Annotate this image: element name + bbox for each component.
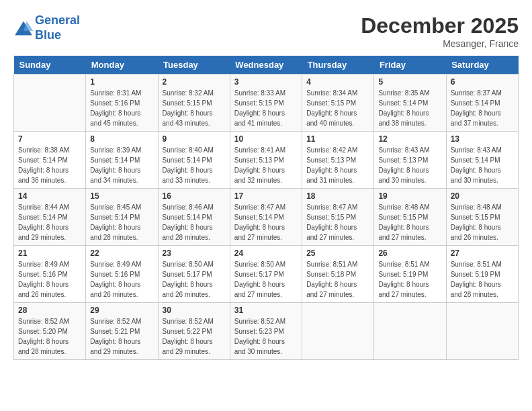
day-info: Sunrise: 8:41 AMSunset: 5:13 PMDaylight:… — [234, 145, 298, 185]
calendar-day-cell: 22Sunrise: 8:49 AMSunset: 5:16 PMDayligh… — [86, 246, 158, 303]
day-info: Sunrise: 8:50 AMSunset: 5:17 PMDaylight:… — [234, 259, 298, 300]
calendar-day-cell: 16Sunrise: 8:46 AMSunset: 5:14 PMDayligh… — [158, 189, 230, 246]
day-info: Sunrise: 8:52 AMSunset: 5:20 PMDaylight:… — [18, 316, 81, 357]
day-info: Sunrise: 8:51 AMSunset: 5:19 PMDaylight:… — [451, 259, 514, 300]
day-number: 13 — [451, 134, 514, 144]
day-number: 18 — [306, 191, 369, 201]
day-number: 1 — [90, 77, 153, 87]
calendar-day-cell: 14Sunrise: 8:44 AMSunset: 5:14 PMDayligh… — [14, 189, 86, 246]
day-number: 25 — [306, 248, 369, 258]
day-info: Sunrise: 8:32 AMSunset: 5:15 PMDaylight:… — [163, 88, 226, 128]
day-number: 16 — [163, 191, 226, 201]
day-number: 5 — [378, 77, 441, 87]
day-info: Sunrise: 8:48 AMSunset: 5:15 PMDaylight:… — [451, 202, 514, 242]
calendar-day-cell: 11Sunrise: 8:42 AMSunset: 5:13 PMDayligh… — [302, 132, 374, 189]
day-info: Sunrise: 8:40 AMSunset: 5:14 PMDaylight:… — [163, 145, 226, 185]
day-info: Sunrise: 8:51 AMSunset: 5:18 PMDaylight:… — [306, 259, 369, 300]
day-number: 7 — [18, 134, 81, 144]
day-number: 20 — [451, 191, 514, 201]
day-number: 19 — [378, 191, 441, 201]
day-number: 14 — [18, 191, 81, 201]
calendar-day-cell: 12Sunrise: 8:43 AMSunset: 5:13 PMDayligh… — [374, 132, 446, 189]
calendar-week-row: 1Sunrise: 8:31 AMSunset: 5:16 PMDaylight… — [14, 75, 519, 132]
calendar-day-cell: 4Sunrise: 8:34 AMSunset: 5:15 PMDaylight… — [302, 75, 374, 132]
day-number: 24 — [234, 248, 298, 258]
calendar-day-cell — [374, 303, 446, 360]
day-number: 30 — [163, 306, 226, 315]
calendar-day-cell — [446, 303, 518, 360]
calendar-day-cell: 25Sunrise: 8:51 AMSunset: 5:18 PMDayligh… — [302, 246, 374, 303]
calendar-header-row: SundayMondayTuesdayWednesdayThursdayFrid… — [14, 56, 519, 75]
header-day-tuesday: Tuesday — [158, 56, 230, 75]
calendar-day-cell: 6Sunrise: 8:37 AMSunset: 5:14 PMDaylight… — [446, 75, 518, 132]
logo-icon — [13, 20, 34, 36]
location: Mesanger, France — [361, 38, 519, 49]
day-info: Sunrise: 8:52 AMSunset: 5:22 PMDaylight:… — [163, 316, 226, 357]
title-area: December 2025 Mesanger, France — [361, 13, 519, 49]
calendar-day-cell: 23Sunrise: 8:50 AMSunset: 5:17 PMDayligh… — [158, 246, 230, 303]
calendar-day-cell: 18Sunrise: 8:47 AMSunset: 5:15 PMDayligh… — [302, 189, 374, 246]
calendar-day-cell: 28Sunrise: 8:52 AMSunset: 5:20 PMDayligh… — [14, 303, 86, 360]
calendar-day-cell: 19Sunrise: 8:48 AMSunset: 5:15 PMDayligh… — [374, 189, 446, 246]
logo-line1: General — [35, 13, 80, 27]
day-number: 3 — [234, 77, 298, 87]
day-number: 12 — [378, 134, 441, 144]
logo: General Blue — [13, 13, 80, 42]
day-number: 27 — [451, 248, 514, 258]
day-info: Sunrise: 8:49 AMSunset: 5:16 PMDaylight:… — [18, 259, 81, 300]
day-number: 22 — [90, 248, 153, 258]
day-number: 4 — [306, 77, 369, 87]
day-number: 21 — [18, 248, 81, 258]
calendar-body: 1Sunrise: 8:31 AMSunset: 5:16 PMDaylight… — [14, 75, 519, 360]
day-info: Sunrise: 8:31 AMSunset: 5:16 PMDaylight:… — [90, 88, 153, 128]
calendar-day-cell: 10Sunrise: 8:41 AMSunset: 5:13 PMDayligh… — [230, 132, 302, 189]
day-info: Sunrise: 8:43 AMSunset: 5:14 PMDaylight:… — [451, 145, 514, 185]
header-day-monday: Monday — [86, 56, 158, 75]
day-number: 26 — [378, 248, 441, 258]
day-info: Sunrise: 8:35 AMSunset: 5:14 PMDaylight:… — [378, 88, 441, 128]
day-info: Sunrise: 8:43 AMSunset: 5:13 PMDaylight:… — [378, 145, 441, 185]
day-info: Sunrise: 8:42 AMSunset: 5:13 PMDaylight:… — [306, 145, 369, 185]
logo-line2: Blue — [35, 28, 61, 42]
day-info: Sunrise: 8:50 AMSunset: 5:17 PMDaylight:… — [163, 259, 226, 300]
day-info: Sunrise: 8:34 AMSunset: 5:15 PMDaylight:… — [306, 88, 369, 128]
calendar-day-cell: 20Sunrise: 8:48 AMSunset: 5:15 PMDayligh… — [446, 189, 518, 246]
header-day-friday: Friday — [374, 56, 446, 75]
calendar-day-cell: 17Sunrise: 8:47 AMSunset: 5:14 PMDayligh… — [230, 189, 302, 246]
calendar-day-cell: 5Sunrise: 8:35 AMSunset: 5:14 PMDaylight… — [374, 75, 446, 132]
day-info: Sunrise: 8:47 AMSunset: 5:14 PMDaylight:… — [234, 202, 298, 242]
day-info: Sunrise: 8:52 AMSunset: 5:21 PMDaylight:… — [90, 316, 153, 357]
day-info: Sunrise: 8:33 AMSunset: 5:15 PMDaylight:… — [234, 88, 298, 128]
day-info: Sunrise: 8:48 AMSunset: 5:15 PMDaylight:… — [378, 202, 441, 242]
calendar-day-cell: 3Sunrise: 8:33 AMSunset: 5:15 PMDaylight… — [230, 75, 302, 132]
day-number: 28 — [18, 306, 81, 315]
day-number: 2 — [163, 77, 226, 87]
calendar-day-cell: 1Sunrise: 8:31 AMSunset: 5:16 PMDaylight… — [86, 75, 158, 132]
day-number: 9 — [163, 134, 226, 144]
header: General Blue December 2025 Mesanger, Fra… — [13, 13, 519, 49]
day-info: Sunrise: 8:44 AMSunset: 5:14 PMDaylight:… — [18, 202, 81, 242]
day-number: 17 — [234, 191, 298, 201]
calendar-day-cell: 30Sunrise: 8:52 AMSunset: 5:22 PMDayligh… — [158, 303, 230, 360]
calendar-week-row: 28Sunrise: 8:52 AMSunset: 5:20 PMDayligh… — [14, 303, 519, 360]
calendar-week-row: 7Sunrise: 8:38 AMSunset: 5:14 PMDaylight… — [14, 132, 519, 189]
calendar-day-cell: 27Sunrise: 8:51 AMSunset: 5:19 PMDayligh… — [446, 246, 518, 303]
calendar-week-row: 21Sunrise: 8:49 AMSunset: 5:16 PMDayligh… — [14, 246, 519, 303]
calendar-day-cell: 21Sunrise: 8:49 AMSunset: 5:16 PMDayligh… — [14, 246, 86, 303]
day-info: Sunrise: 8:38 AMSunset: 5:14 PMDaylight:… — [18, 145, 81, 185]
calendar-day-cell: 26Sunrise: 8:51 AMSunset: 5:19 PMDayligh… — [374, 246, 446, 303]
day-info: Sunrise: 8:46 AMSunset: 5:14 PMDaylight:… — [163, 202, 226, 242]
calendar-day-cell: 9Sunrise: 8:40 AMSunset: 5:14 PMDaylight… — [158, 132, 230, 189]
day-number: 29 — [90, 306, 153, 315]
day-info: Sunrise: 8:39 AMSunset: 5:14 PMDaylight:… — [90, 145, 153, 185]
calendar-day-cell: 31Sunrise: 8:52 AMSunset: 5:23 PMDayligh… — [230, 303, 302, 360]
calendar-week-row: 14Sunrise: 8:44 AMSunset: 5:14 PMDayligh… — [14, 189, 519, 246]
calendar-day-cell: 13Sunrise: 8:43 AMSunset: 5:14 PMDayligh… — [446, 132, 518, 189]
day-number: 6 — [451, 77, 514, 87]
day-info: Sunrise: 8:49 AMSunset: 5:16 PMDaylight:… — [90, 259, 153, 300]
calendar-day-cell: 2Sunrise: 8:32 AMSunset: 5:15 PMDaylight… — [158, 75, 230, 132]
day-number: 8 — [90, 134, 153, 144]
day-info: Sunrise: 8:52 AMSunset: 5:23 PMDaylight:… — [234, 316, 298, 357]
header-day-wednesday: Wednesday — [230, 56, 302, 75]
month-title: December 2025 — [361, 13, 519, 38]
